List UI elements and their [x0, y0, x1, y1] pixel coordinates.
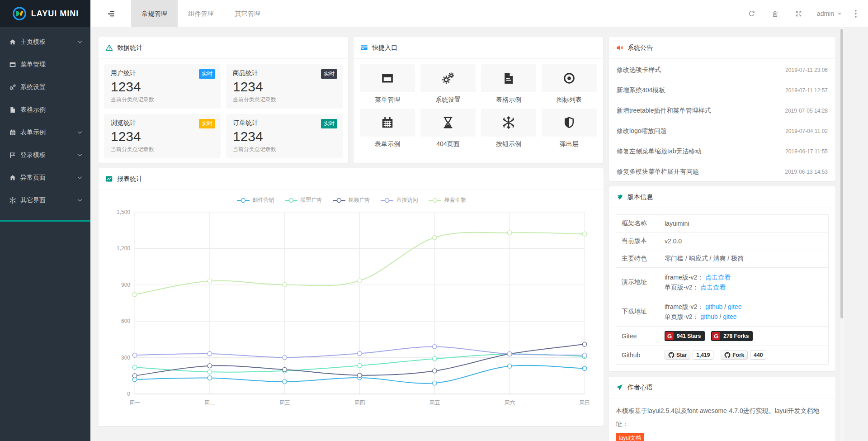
announcement-text: 修复多模块菜单栏展开有问题 — [617, 168, 699, 176]
quick-item-menu-manage[interactable]: 菜单管理 — [360, 64, 415, 104]
gitee-forks-badge[interactable]: G278 Forks — [711, 331, 753, 341]
svg-text:周六: 周六 — [504, 399, 515, 406]
tab-general-manage[interactable]: 常规管理 — [131, 0, 178, 27]
page-tabs: 常规管理 组件管理 其它管理 — [131, 0, 271, 27]
panel-system-announcements: 系统公告 修改选项卡样式 2019-07-11 23:06 新增系统404模板 … — [609, 37, 835, 181]
version-row-label: 演示地址 — [616, 268, 659, 297]
legend-item[interactable]: 视频广告 — [332, 196, 370, 204]
line-chart-svg: 03006009001,2001,500周一周二周三周四周五周六周日 — [102, 205, 593, 414]
refresh-icon[interactable] — [740, 0, 764, 27]
dot-circle-icon — [542, 64, 597, 92]
quick-label: 按钮示例 — [481, 140, 536, 148]
stat-title: 用户统计 — [111, 69, 214, 77]
sidebar-item-error-pages[interactable]: 异常页面 — [0, 166, 90, 189]
window-icon — [360, 64, 415, 92]
gears-icon — [420, 64, 476, 92]
panel-version-info: 版本信息 框架名称 layuimini 当前版本 v2.0.0 主要特色 — [609, 186, 835, 371]
download-gitee-link[interactable]: gitee — [728, 303, 741, 310]
svg-text:300: 300 — [121, 355, 130, 361]
svg-text:周四: 周四 — [354, 399, 365, 406]
home-icon — [9, 38, 16, 46]
tab-other-manage[interactable]: 其它管理 — [224, 0, 271, 27]
download-line-prefix: 单页版-v2： — [665, 313, 698, 320]
vertical-scrollbar — [840, 27, 844, 441]
scrollbar-thumb[interactable] — [840, 29, 843, 318]
github-fork-label: Fork — [732, 352, 744, 358]
legend-marker-icon — [236, 198, 250, 203]
announcement-text: 修改logo缩放问题 — [617, 127, 666, 135]
svg-text:周五: 周五 — [429, 399, 440, 406]
file-icon — [9, 106, 16, 114]
link-separator: / — [722, 303, 728, 310]
sidebar-item-home-template[interactable]: 主页模板 — [0, 31, 90, 53]
github-star-badge[interactable]: Star 1,419 — [665, 351, 713, 360]
github-fork-count: 440 — [750, 351, 766, 360]
tab-component-manage[interactable]: 组件管理 — [178, 0, 224, 27]
more-options-kebab-icon[interactable] — [848, 0, 863, 27]
sidebar-item-table-demo[interactable]: 表格示例 — [0, 99, 90, 121]
quick-item-system-settings[interactable]: 系统设置 — [420, 64, 476, 104]
sidebar-accent-bar — [0, 220, 90, 222]
download-github-link[interactable]: github — [700, 313, 717, 320]
quick-item-popup-layer[interactable]: 弹出层 — [542, 109, 597, 148]
snowflake-icon — [481, 109, 536, 137]
gitee-logo-icon: G — [665, 332, 674, 340]
gitee-stars-count: 941 Stars — [674, 333, 704, 339]
gitee-stars-badge[interactable]: G941 Stars — [665, 331, 705, 341]
quick-label: 表单示例 — [360, 140, 415, 148]
sidebar-item-system-settings[interactable]: 系统设置 — [0, 76, 90, 99]
legend-item[interactable]: 联盟广告 — [284, 196, 322, 204]
sidebar-item-login-template[interactable]: 登录模板 — [0, 144, 90, 166]
legend-item[interactable]: 邮件营销 — [236, 196, 274, 204]
github-fork-badge[interactable]: Fork 440 — [721, 351, 766, 360]
fullscreen-icon[interactable] — [787, 0, 811, 27]
home-icon — [9, 174, 16, 181]
layui-doc-badge[interactable]: layui文档 — [616, 433, 644, 441]
svg-text:周三: 周三 — [279, 399, 290, 406]
demo-onepage-link[interactable]: 点击查看 — [700, 284, 726, 291]
top-header: 常规管理 组件管理 其它管理 admin — [90, 0, 868, 27]
demo-iframe-link[interactable]: 点击查看 — [705, 274, 731, 281]
demo-line-prefix: 单页版-v2： — [665, 284, 698, 291]
link-separator: / — [718, 313, 723, 320]
sidebar-item-other-pages[interactable]: 其它界面 — [0, 189, 90, 212]
github-octocat-icon — [668, 352, 675, 358]
report-line-chart: 03006009001,2001,500周一周二周三周四周五周六周日 — [99, 205, 604, 414]
quick-item-404-page[interactable]: 404页面 — [420, 109, 476, 148]
legend-marker-icon — [332, 198, 346, 203]
sidebar-item-menu-manage[interactable]: 菜单管理 — [0, 53, 90, 76]
sidebar-item-label: 表单示例 — [20, 128, 77, 137]
svg-text:1,200: 1,200 — [117, 245, 130, 251]
file-icon — [481, 64, 536, 92]
table-row: Gitee G941 Stars G278 Forks — [616, 327, 829, 346]
legend-item[interactable]: 直接访问 — [380, 196, 418, 204]
legend-label: 邮件营销 — [253, 196, 274, 204]
stat-title: 浏览统计 — [111, 119, 214, 127]
quick-item-table-demo[interactable]: 表格示例 — [481, 64, 536, 104]
panel-title: 系统公告 — [627, 44, 653, 52]
version-table: 框架名称 layuimini 当前版本 v2.0.0 主要特色 零门槛 / 响应… — [616, 214, 829, 365]
quick-item-icon-list[interactable]: 图标列表 — [542, 64, 597, 104]
collapse-menu-button[interactable] — [90, 0, 131, 27]
trash-icon[interactable] — [764, 0, 787, 27]
stat-value: 1234 — [111, 79, 214, 95]
sidebar-item-form-demo[interactable]: 表单示例 — [0, 121, 90, 144]
legend-item[interactable]: 搜索引擎 — [428, 196, 466, 204]
download-line-prefix: iframe版-v2： — [665, 303, 703, 310]
author-paragraph: 本模板基于layui2.5.4以及font-awesome-4.7.0进行实现。… — [616, 407, 819, 427]
logo[interactable]: LAYUI MINI — [0, 0, 90, 27]
announcement-text: 修改选项卡样式 — [617, 66, 661, 74]
stat-desc: 当前分类总记录数 — [111, 146, 214, 153]
stat-card-orders: 订单统计 实时 1234 当前分类总记录数 — [226, 114, 343, 158]
svg-text:周二: 周二 — [204, 399, 215, 406]
user-menu[interactable]: admin — [811, 10, 848, 17]
announcement-date: 2019-07-04 11:02 — [785, 128, 828, 134]
quick-item-button-demo[interactable]: 按钮示例 — [481, 109, 536, 148]
github-octocat-icon — [724, 352, 731, 358]
download-gitee-link[interactable]: gitee — [723, 313, 736, 320]
quick-item-form-demo[interactable]: 表单示例 — [360, 109, 415, 148]
announcement-item: 修复左侧菜单缩放tab无法移动 2019-06-17 11:55 — [616, 141, 829, 161]
download-github-link[interactable]: github — [705, 303, 722, 310]
chevron-down-icon — [77, 153, 82, 157]
main-content: 数据统计 用户统计 实时 1234 当前分类总记录数 商品统计 实时 1234 — [90, 27, 868, 441]
